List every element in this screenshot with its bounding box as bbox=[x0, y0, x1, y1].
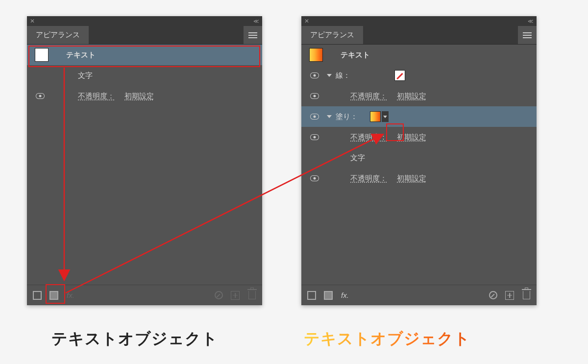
panel-menu-icon[interactable] bbox=[518, 26, 537, 44]
visibility-icon[interactable] bbox=[310, 114, 319, 120]
swatch-white[interactable] bbox=[35, 48, 49, 62]
swatch-gradient[interactable] bbox=[309, 48, 323, 62]
panel-tabbar: アピアランス bbox=[301, 26, 537, 45]
panel-topbar: ✕ ≪ bbox=[27, 16, 262, 26]
visibility-icon[interactable] bbox=[310, 175, 319, 181]
text-item-label: テキスト bbox=[341, 50, 370, 60]
fill-label: 塗り： bbox=[336, 112, 370, 121]
opacity-label: 不透明度： bbox=[350, 92, 387, 101]
stroke-row[interactable]: 線： bbox=[301, 65, 537, 86]
clear-button[interactable] bbox=[488, 290, 498, 301]
opacity-label: 不透明度： bbox=[350, 174, 387, 183]
tab-appearance[interactable]: アピアランス bbox=[301, 26, 363, 44]
fill-swatch-gradient[interactable] bbox=[370, 111, 381, 122]
close-icon[interactable]: ✕ bbox=[30, 18, 35, 24]
bottom-opacity-row[interactable]: 不透明度： 初期設定 bbox=[301, 168, 537, 189]
panel-menu-icon[interactable] bbox=[244, 26, 262, 44]
add-fill-button[interactable] bbox=[323, 290, 334, 301]
tab-appearance[interactable]: アピアランス bbox=[27, 26, 89, 44]
panel-tabbar: アピアランス bbox=[27, 26, 262, 45]
opacity-value: 初期設定 bbox=[397, 133, 426, 142]
add-fill-button[interactable] bbox=[49, 290, 59, 301]
chevron-down-icon[interactable] bbox=[327, 74, 332, 77]
delete-button[interactable] bbox=[246, 290, 257, 301]
visibility-icon[interactable] bbox=[310, 134, 319, 140]
hamburger-icon bbox=[523, 32, 532, 38]
panel-topbar: ✕ ≪ bbox=[301, 16, 537, 26]
char-row[interactable]: 文字 bbox=[301, 147, 537, 168]
visibility-icon[interactable] bbox=[36, 93, 45, 99]
opacity-value: 初期設定 bbox=[124, 92, 154, 101]
delete-button[interactable] bbox=[521, 290, 532, 301]
panel-footer: fx. bbox=[301, 285, 537, 305]
panel-footer: fx. bbox=[27, 285, 262, 305]
opacity-label: 不透明度： bbox=[78, 92, 115, 101]
opacity-label: 不透明度： bbox=[350, 133, 387, 142]
caption-left: テキストオブジェクト bbox=[51, 328, 218, 350]
fx-button[interactable]: fx. bbox=[65, 290, 76, 301]
clear-button[interactable] bbox=[213, 290, 224, 301]
chevron-down-icon[interactable] bbox=[327, 115, 332, 118]
opacity-value: 初期設定 bbox=[397, 174, 426, 183]
item-text-row[interactable]: テキスト bbox=[27, 45, 262, 65]
visibility-icon[interactable] bbox=[310, 93, 319, 99]
stroke-opacity-row[interactable]: 不透明度： 初期設定 bbox=[301, 86, 537, 106]
hamburger-icon bbox=[248, 32, 257, 38]
collapse-icon[interactable]: ≪ bbox=[253, 18, 259, 24]
close-icon[interactable]: ✕ bbox=[304, 18, 309, 24]
fill-row[interactable]: 塗り： bbox=[301, 106, 537, 127]
fill-opacity-row[interactable]: 不透明度： 初期設定 bbox=[301, 127, 537, 147]
opacity-value: 初期設定 bbox=[397, 92, 426, 101]
opacity-row[interactable]: 不透明度： 初期設定 bbox=[27, 86, 262, 106]
add-stroke-button[interactable] bbox=[32, 290, 43, 301]
panel-body: テキスト 文字 不透明度： 初期設定 bbox=[27, 45, 262, 106]
stroke-label: 線： bbox=[336, 71, 365, 80]
char-label: 文字 bbox=[350, 153, 365, 163]
fx-button[interactable]: fx. bbox=[340, 290, 350, 301]
char-row[interactable]: 文字 bbox=[27, 65, 262, 86]
text-item-label: テキスト bbox=[66, 50, 96, 60]
char-label: 文字 bbox=[78, 71, 93, 80]
panel-body: テキスト 線： 不透明度： 初期設定 塗り： bbox=[301, 45, 537, 189]
caption-right: テキストオブジェクト bbox=[304, 328, 470, 350]
duplicate-button[interactable] bbox=[230, 290, 241, 301]
add-stroke-button[interactable] bbox=[306, 290, 317, 301]
duplicate-button[interactable] bbox=[504, 290, 515, 301]
fill-swatch-dropdown[interactable] bbox=[382, 111, 389, 122]
item-text-row[interactable]: テキスト bbox=[301, 45, 537, 65]
stroke-swatch-none[interactable] bbox=[394, 70, 405, 81]
appearance-panel-right: ✕ ≪ アピアランス テキスト 線： 不透明度： 初期設定 bbox=[301, 16, 537, 305]
appearance-panel-left: ✕ ≪ アピアランス テキスト 文字 不透明度： 初期設定 fx. bbox=[27, 16, 262, 305]
collapse-icon[interactable]: ≪ bbox=[528, 18, 534, 24]
visibility-icon[interactable] bbox=[310, 73, 319, 78]
